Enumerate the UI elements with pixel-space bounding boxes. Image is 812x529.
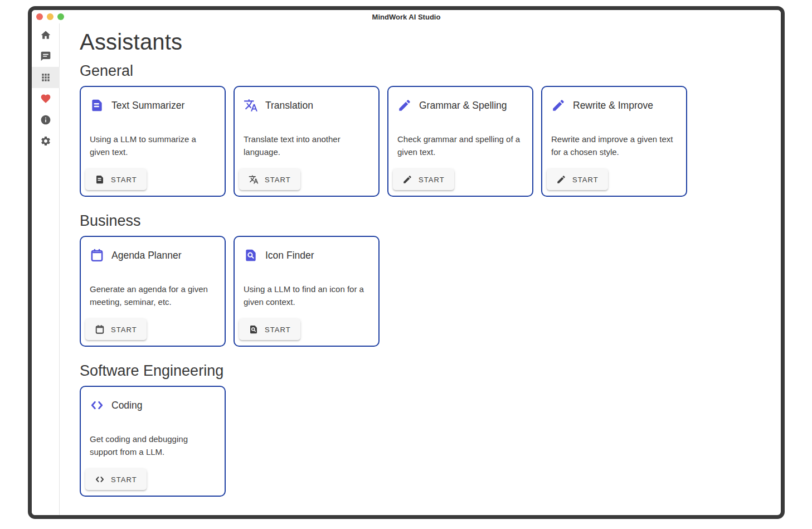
apps-icon: [40, 72, 51, 83]
start-button-translation[interactable]: START: [239, 169, 300, 190]
code-icon: [95, 474, 105, 484]
pencil-icon: [556, 174, 566, 185]
start-button-coding[interactable]: START: [85, 469, 147, 490]
app-window: MindWork AI Studio Assistants GeneralTex…: [28, 6, 785, 519]
calendar-icon: [90, 248, 104, 263]
pencil-icon: [402, 174, 412, 185]
home-icon: [40, 30, 51, 41]
translate-icon: [249, 174, 259, 185]
cards-row: Text SummarizerUsing a LLM to summarize …: [80, 86, 770, 197]
section-title: Software Engineering: [80, 362, 770, 380]
card-description: Using a LLM to find an icon for a given …: [244, 283, 369, 308]
code-icon: [90, 398, 104, 412]
assistant-card-text-summarizer: Text SummarizerUsing a LLM to summarize …: [80, 86, 226, 197]
zoom-window-button[interactable]: [57, 13, 64, 20]
card-header: Translation: [244, 98, 369, 113]
section-title: Business: [80, 212, 770, 230]
assistant-card-coding: CodingGet coding and debugging support f…: [80, 386, 226, 497]
card-title: Translation: [265, 100, 313, 111]
icon-search-icon: [244, 248, 258, 263]
chat-icon: [40, 51, 51, 62]
sidebar-item-assistants[interactable]: [32, 67, 60, 88]
heart-icon: [40, 93, 51, 104]
card-title: Icon Finder: [265, 250, 314, 261]
sidebar-item-about[interactable]: [32, 109, 60, 130]
card-header: Agenda Planner: [90, 248, 216, 263]
start-button-label: START: [111, 326, 137, 334]
start-button-text-summarizer[interactable]: START: [85, 169, 147, 190]
sections-container: GeneralText SummarizerUsing a LLM to sum…: [80, 62, 770, 497]
card-title: Grammar & Spelling: [419, 100, 507, 111]
assistant-card-grammar-spelling: Grammar & SpellingCheck grammar and spel…: [387, 86, 533, 197]
close-window-button[interactable]: [36, 13, 43, 20]
window-title: MindWork AI Studio: [372, 13, 441, 21]
assistant-card-agenda-planner: Agenda PlannerGenerate an agenda for a g…: [80, 236, 226, 347]
info-icon: [40, 114, 51, 125]
cards-row: CodingGet coding and debugging support f…: [80, 386, 770, 497]
window-body: Assistants GeneralText SummarizerUsing a…: [32, 23, 781, 515]
note-icon: [90, 98, 104, 113]
card-header: Coding: [90, 398, 216, 412]
traffic-lights: [36, 13, 64, 20]
section-general: GeneralText SummarizerUsing a LLM to sum…: [80, 62, 770, 197]
start-button-label: START: [265, 176, 291, 184]
pencil-icon: [397, 98, 412, 113]
card-title: Agenda Planner: [111, 250, 182, 261]
note-icon: [95, 174, 105, 185]
start-button-label: START: [572, 176, 599, 184]
sidebar-item-favorites[interactable]: [32, 88, 60, 109]
card-description: Check grammar and spelling of a given te…: [397, 133, 523, 158]
pencil-icon: [551, 98, 566, 113]
start-button-icon-finder[interactable]: START: [239, 319, 300, 340]
card-description: Rewrite and improve a given text for a c…: [551, 133, 677, 158]
card-header: Icon Finder: [244, 248, 369, 263]
cards-row: Agenda PlannerGenerate an agenda for a g…: [80, 236, 770, 347]
card-description: Generate an agenda for a given meeting, …: [90, 283, 216, 308]
section-software-engineering: Software EngineeringCodingGet coding and…: [80, 362, 770, 497]
icon-search-icon: [249, 324, 259, 334]
start-button-label: START: [419, 176, 445, 184]
translate-icon: [244, 98, 258, 113]
start-button-grammar-spelling[interactable]: START: [393, 169, 454, 190]
card-title: Coding: [111, 400, 142, 411]
start-button-label: START: [111, 176, 137, 184]
card-header: Rewrite & Improve: [551, 98, 677, 113]
card-description: Using a LLM to summarize a given text.: [90, 133, 216, 158]
start-button-label: START: [265, 326, 291, 334]
minimize-window-button[interactable]: [47, 13, 54, 20]
start-button-rewrite-improve[interactable]: START: [547, 169, 608, 190]
section-title: General: [80, 62, 770, 80]
card-header: Text Summarizer: [90, 98, 216, 113]
card-title: Text Summarizer: [111, 100, 184, 111]
sidebar-item-home[interactable]: [32, 25, 60, 46]
sidebar-item-settings[interactable]: [32, 130, 60, 152]
card-header: Grammar & Spelling: [397, 98, 523, 113]
card-description: Get coding and debugging support from a …: [90, 433, 216, 458]
sidebar-item-chats[interactable]: [32, 46, 60, 67]
card-description: Translate text into another language.: [244, 133, 369, 158]
assistant-card-translation: TranslationTranslate text into another l…: [234, 86, 380, 197]
page-title: Assistants: [80, 29, 770, 55]
assistant-card-icon-finder: Icon FinderUsing a LLM to find an icon f…: [234, 236, 380, 347]
section-business: BusinessAgenda PlannerGenerate an agenda…: [80, 212, 770, 347]
card-title: Rewrite & Improve: [573, 100, 653, 111]
titlebar: MindWork AI Studio: [32, 10, 781, 23]
assistant-card-rewrite-improve: Rewrite & ImproveRewrite and improve a g…: [541, 86, 687, 197]
main-content: Assistants GeneralText SummarizerUsing a…: [60, 23, 781, 515]
sidebar: [32, 23, 60, 515]
start-button-label: START: [111, 475, 137, 484]
gear-icon: [40, 135, 51, 147]
calendar-icon: [95, 324, 105, 334]
start-button-agenda-planner[interactable]: START: [85, 319, 147, 340]
